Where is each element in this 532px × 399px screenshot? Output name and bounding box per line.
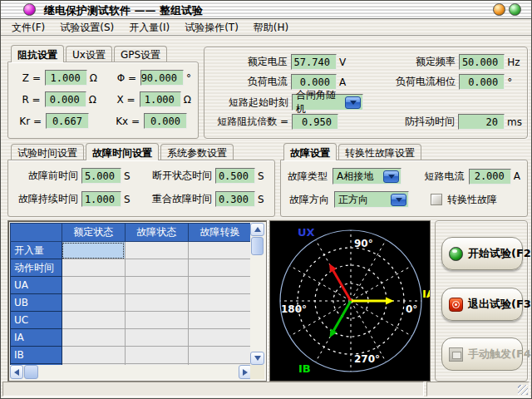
convert-fault-checkbox[interactable] bbox=[431, 194, 442, 205]
open-state-label: 断开状态时间 bbox=[139, 169, 212, 183]
rated-voltage-field[interactable]: 57.740 bbox=[291, 54, 337, 70]
table-cell[interactable] bbox=[62, 329, 125, 347]
tab-sys-params[interactable]: 系统参数设置 bbox=[160, 144, 234, 160]
kx-field[interactable]: 0.000 bbox=[144, 113, 187, 129]
phi-field[interactable]: 90.000 bbox=[140, 70, 184, 86]
kr-field[interactable]: 0.667 bbox=[46, 113, 89, 129]
impedance-panel: 阻抗设置 Ux设置 GPS设置 Z = 1.000 Ω Φ = 90.000 °… bbox=[7, 46, 199, 139]
fault-type-dropdown[interactable]: A相接地 bbox=[332, 168, 401, 185]
exit-test-button[interactable]: 退出试验(F3) bbox=[441, 288, 523, 321]
menu-binary-input[interactable]: 开入量(I) bbox=[121, 19, 177, 37]
table-cell[interactable] bbox=[188, 347, 251, 364]
svg-text:IB: IB bbox=[298, 362, 311, 375]
svg-text:180°: 180° bbox=[281, 303, 307, 315]
table-cell-selected[interactable] bbox=[62, 242, 125, 259]
table-row: UB bbox=[11, 294, 252, 312]
chevron-down-icon[interactable] bbox=[383, 170, 399, 183]
scroll-down-icon[interactable] bbox=[250, 352, 264, 365]
rated-voltage-unit: V bbox=[339, 57, 352, 68]
short-current-field[interactable]: 2.000 bbox=[469, 169, 510, 185]
table-cell[interactable] bbox=[125, 347, 188, 364]
vertical-scrollbar-thumb[interactable] bbox=[251, 237, 264, 255]
time-panel: 试验时间设置 故障时间设置 系统参数设置 故障前时间 5.000 S 断开状态时… bbox=[7, 144, 275, 217]
tab-ux[interactable]: Ux设置 bbox=[66, 46, 112, 62]
table-cell[interactable] bbox=[125, 277, 188, 294]
table-cell[interactable] bbox=[188, 259, 251, 277]
table-cell[interactable] bbox=[62, 347, 125, 364]
window-title: 继电保护测试软件 —— 整组试验 bbox=[44, 3, 203, 18]
horizontal-scrollbar-thumb[interactable] bbox=[24, 365, 38, 379]
menu-file[interactable]: 文件(F) bbox=[4, 19, 52, 37]
vertical-scrollbar[interactable] bbox=[250, 223, 264, 365]
start-test-label: 开始试验(F2) bbox=[468, 246, 532, 261]
fault-direction-dropdown[interactable]: 正方向 bbox=[334, 191, 409, 208]
table-cell[interactable] bbox=[125, 242, 188, 259]
tab-fault-time[interactable]: 故障时间设置 bbox=[86, 143, 159, 160]
svg-text:IA: IA bbox=[422, 288, 430, 300]
tab-convert-fault[interactable]: 转换性故障设置 bbox=[338, 144, 421, 160]
table-cell[interactable] bbox=[62, 277, 125, 294]
chevron-down-icon[interactable] bbox=[391, 194, 406, 206]
short-start-dropdown[interactable]: 合闸角随机 bbox=[292, 94, 363, 111]
convert-fault-label: 转换性故障 bbox=[447, 193, 497, 207]
scroll-left-icon[interactable] bbox=[10, 365, 23, 379]
close-button[interactable] bbox=[509, 3, 521, 16]
phasor-plot-svg: 90°0°180°270°UXIAIB bbox=[270, 221, 430, 381]
table-cell[interactable] bbox=[188, 242, 251, 259]
fault-duration-field[interactable]: 1.000 bbox=[81, 191, 121, 207]
status-side-panel bbox=[426, 382, 530, 397]
load-current-phase-field[interactable]: 0.000 bbox=[459, 74, 505, 90]
status-message bbox=[2, 382, 424, 397]
table-cell[interactable] bbox=[62, 312, 125, 329]
reclose-fault-unit: S bbox=[258, 194, 264, 205]
menu-test-settings[interactable]: 试验设置(S) bbox=[52, 19, 121, 37]
rated-frequency-field[interactable]: 50.000 bbox=[459, 54, 505, 70]
app-window: 继电保护测试软件 —— 整组试验 文件(F) 试验设置(S) 开入量(I) 试验… bbox=[0, 0, 532, 399]
minimize-button[interactable] bbox=[493, 3, 505, 16]
short-start-label: 短路起始时刻 bbox=[209, 96, 288, 110]
impedance-multiple-field[interactable]: 0.950 bbox=[292, 114, 338, 130]
menu-help[interactable]: 帮助(H) bbox=[246, 19, 296, 37]
table-cell[interactable] bbox=[125, 294, 188, 312]
manual-trigger-label: 手动触发(F4) bbox=[468, 347, 532, 362]
table-cell[interactable] bbox=[62, 294, 125, 312]
load-current-phase-unit: ° bbox=[507, 76, 522, 88]
rated-voltage-label: 额定电压 bbox=[209, 55, 288, 69]
tab-fault[interactable]: 故障设置 bbox=[283, 143, 337, 160]
action-panel: 开始试验(F2) 退出试验(F3) 手动触发(F4) bbox=[435, 220, 528, 382]
pre-fault-unit: S bbox=[124, 170, 134, 182]
x-field[interactable]: 1.000 bbox=[140, 91, 181, 107]
table-cell[interactable] bbox=[125, 259, 188, 277]
pre-fault-label: 故障前时间 bbox=[15, 169, 78, 183]
x-unit: Ω bbox=[184, 94, 191, 106]
exit-test-label: 退出试验(F3) bbox=[468, 297, 532, 312]
table-cell[interactable] bbox=[188, 312, 251, 329]
row-header: UA bbox=[11, 277, 62, 294]
open-state-field[interactable]: 0.500 bbox=[215, 168, 255, 184]
table-cell[interactable] bbox=[62, 259, 125, 277]
table-cell[interactable] bbox=[188, 329, 251, 347]
debounce-label: 防抖动时间 bbox=[350, 115, 455, 129]
scroll-up-icon[interactable] bbox=[250, 223, 264, 236]
debounce-unit: ms bbox=[507, 116, 522, 128]
table-cell[interactable] bbox=[125, 312, 188, 329]
menu-bar: 文件(F) 试验设置(S) 开入量(I) 试验操作(T) 帮助(H) bbox=[1, 20, 531, 37]
z-field[interactable]: 1.000 bbox=[45, 70, 87, 86]
horizontal-scrollbar[interactable] bbox=[10, 365, 252, 379]
debounce-field[interactable]: 20 bbox=[458, 114, 505, 130]
tab-gps[interactable]: GPS设置 bbox=[114, 46, 167, 62]
impedance-multiple-label: 短路阻抗倍数 = bbox=[209, 115, 288, 129]
table-cell[interactable] bbox=[125, 329, 188, 347]
table-cell[interactable] bbox=[188, 294, 251, 312]
start-test-button[interactable]: 开始试验(F2) bbox=[441, 237, 523, 270]
r-field[interactable]: 0.000 bbox=[45, 91, 86, 107]
chevron-down-icon[interactable] bbox=[345, 96, 361, 109]
tab-impedance[interactable]: 阻抗设置 bbox=[11, 45, 64, 62]
reclose-fault-field[interactable]: 0.300 bbox=[215, 191, 255, 207]
table-cell[interactable] bbox=[188, 277, 251, 294]
column-header: 故障转换 bbox=[188, 224, 251, 242]
pre-fault-field[interactable]: 5.000 bbox=[81, 168, 121, 184]
tab-test-time[interactable]: 试验时间设置 bbox=[11, 144, 84, 160]
resize-grip-icon[interactable] bbox=[518, 385, 528, 395]
menu-test-operation[interactable]: 试验操作(T) bbox=[177, 19, 246, 37]
